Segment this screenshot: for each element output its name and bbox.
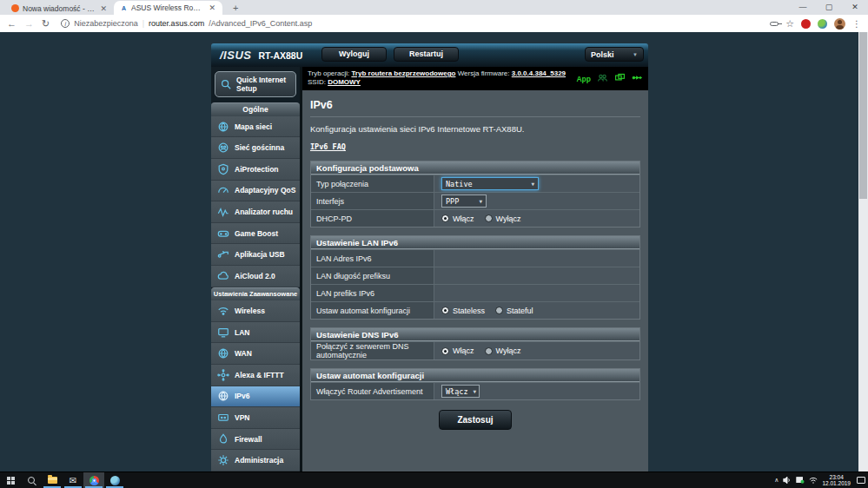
dhcp-pd-disable-radio[interactable] — [485, 214, 493, 222]
page-scrollbar[interactable] — [858, 32, 868, 472]
taskbar-clock[interactable]: 23:04 12.01.2019 — [822, 474, 851, 487]
gauge-icon — [217, 184, 229, 196]
stateless-radio[interactable] — [441, 307, 449, 314]
sidebar-item-aiprotection[interactable]: AiProtection — [211, 159, 300, 181]
clients-icon[interactable] — [597, 72, 608, 86]
security-status-icon[interactable] — [796, 472, 805, 488]
field-label: DHCP-PD — [311, 210, 434, 227]
browser2-button[interactable] — [104, 472, 125, 488]
app-link[interactable]: App — [576, 75, 591, 83]
sidebar-item-wan[interactable]: WAN — [211, 343, 300, 365]
ipv6-faq-link[interactable]: IPv6 FAQ — [310, 142, 346, 151]
ssid-link[interactable]: DOMOWY — [328, 78, 361, 86]
action-center-icon[interactable] — [857, 477, 865, 484]
back-icon[interactable]: ← — [7, 15, 17, 32]
sidebar-item-label: LAN — [235, 328, 249, 337]
section-header: Ustawienie DNS IPv6 — [311, 328, 639, 341]
sidebar-item-administracja[interactable]: Administracja — [211, 450, 300, 472]
start-button[interactable] — [0, 472, 21, 488]
guest-network-icon — [217, 142, 229, 154]
page-viewport: /ISUS RT-AX88U Wyloguj Restartuj Polski … — [0, 32, 868, 472]
bookmark-star-icon[interactable]: ☆ — [785, 18, 794, 30]
sidebar-item-label: Alexa & IFTTT — [235, 371, 284, 379]
sidebar-item-mapa-sieci[interactable]: Mapa sieci — [211, 116, 300, 138]
router-advertisement-select[interactable]: Włącz ▼ — [441, 385, 480, 398]
screen: Nowa wiadomość - Nasz Orange ✕ A ASUS Wi… — [0, 0, 868, 488]
sidebar-item-firewall[interactable]: Firewall — [211, 429, 300, 451]
minimize-button[interactable]: — — [790, 0, 816, 15]
dhcp-pd-enable-radio[interactable] — [441, 214, 449, 222]
network-wifi-icon[interactable] — [809, 472, 818, 488]
globe-extension-icon[interactable] — [818, 19, 827, 29]
info-icon[interactable]: i — [61, 19, 70, 28]
password-key-icon[interactable] — [770, 22, 779, 26]
chevron-down-icon: ▼ — [474, 388, 477, 394]
op-mode-link[interactable]: Tryb routera bezprzewodowego — [351, 69, 455, 77]
fw-label: Wersja firmware: — [458, 69, 510, 77]
logout-button[interactable]: Wyloguj — [321, 47, 387, 62]
sidebar-item-label: IPv6 — [235, 392, 250, 400]
sidebar-item-aplikacja-usb[interactable]: Aplikacja USB — [211, 244, 300, 266]
url-input[interactable]: i Niezabezpieczona | router.asus.com/Adv… — [57, 19, 762, 28]
tab-close-icon[interactable]: ✕ — [208, 3, 216, 12]
firmware-link[interactable]: 3.0.0.4.384_5329 — [512, 69, 566, 77]
clock-time: 23:04 — [822, 474, 851, 481]
lan-status-icon[interactable] — [614, 72, 626, 86]
mail-button[interactable]: ✉ — [63, 472, 83, 488]
adblock-extension-icon[interactable] — [801, 19, 811, 29]
chrome-button[interactable] — [83, 472, 104, 488]
tab-asus-router[interactable]: A ASUS Wireless Router RT-AX88U ✕ — [114, 1, 222, 15]
section-dns-ipv6: Ustawienie DNS IPv6 Połączyć z serwerem … — [310, 327, 640, 360]
browser-address-bar: ← → ↻ i Niezabezpieczona | router.asus.c… — [0, 15, 868, 32]
tab-title: Nowa wiadomość - Nasz Orange — [23, 4, 96, 13]
reload-icon[interactable]: ↻ — [42, 15, 50, 32]
tray-expand-icon[interactable]: ∧ — [774, 477, 779, 484]
sidebar-item-analizator-ruchu[interactable]: Analizator ruchu — [211, 201, 300, 223]
windows-logo-icon — [7, 477, 15, 485]
maximize-button[interactable]: ▢ — [816, 0, 842, 15]
file-explorer-button[interactable] — [42, 472, 63, 488]
interface-select[interactable]: PPP ▼ — [441, 195, 487, 208]
quick-internet-setup-button[interactable]: Quick Internet Setup — [215, 71, 296, 97]
sidebar-item-siec-goscinna[interactable]: Sieć gościnna — [211, 137, 300, 159]
section-header: Ustawienie LAN IPv6 — [311, 236, 639, 249]
close-button[interactable]: ✕ — [842, 0, 868, 15]
connection-type-select[interactable]: Native ▼ — [441, 177, 539, 190]
sidebar-item-lan[interactable]: LAN — [211, 322, 300, 344]
language-select[interactable]: Polski ▼ — [585, 47, 644, 62]
tab-close-icon[interactable]: ✕ — [99, 4, 108, 13]
speaker-icon[interactable] — [783, 472, 792, 488]
sidebar-item-game-boost[interactable]: Game Boost — [211, 223, 300, 245]
sidebar-item-label: Adaptacyjny QoS — [235, 186, 295, 195]
stateful-radio[interactable] — [495, 307, 503, 314]
sidebar-item-label: Sieć gościnna — [235, 143, 284, 152]
sidebar-section-general: Ogólne — [211, 102, 300, 116]
tab-orange-mail[interactable]: Nowa wiadomość - Nasz Orange ✕ — [5, 2, 114, 15]
sidebar-item-adaptacyjny-qos[interactable]: Adaptacyjny QoS — [211, 181, 300, 202]
sidebar-item-vpn[interactable]: VPN — [211, 407, 300, 429]
page-description: Konfiguracja ustawienia sieci IPv6 Inter… — [310, 124, 640, 134]
asus-router-app: /ISUS RT-AX88U Wyloguj Restartuj Polski … — [211, 43, 648, 472]
browser-menu-icon[interactable]: ⋮ — [852, 19, 861, 29]
dns-auto-enable-radio[interactable] — [441, 347, 449, 355]
cloud-icon — [217, 270, 229, 282]
sidebar-item-alexa-ifttt[interactable]: Alexa & IFTTT — [211, 365, 300, 386]
taskbar-search-button[interactable] — [21, 472, 42, 488]
apply-button[interactable]: Zastosuj — [439, 410, 511, 430]
scrollbar-thumb[interactable] — [859, 32, 867, 199]
radio-label: Włącz — [453, 214, 474, 223]
sidebar-section-advanced: Ustawienia Zaawansowane — [211, 287, 300, 301]
sidebar-item-ipv6[interactable]: IPv6 — [211, 386, 300, 408]
reboot-button[interactable]: Restartuj — [394, 47, 459, 62]
tab-title: ASUS Wireless Router RT-AX88U — [131, 3, 204, 12]
sidebar-item-aicloud[interactable]: AiCloud 2.0 — [211, 266, 300, 287]
new-tab-button[interactable]: + — [229, 3, 242, 13]
language-label: Polski — [591, 50, 614, 59]
sidebar-item-wireless[interactable]: Wireless — [211, 300, 300, 322]
browser-tab-strip: Nowa wiadomość - Nasz Orange ✕ A ASUS Wi… — [0, 0, 868, 15]
radio-label: Wyłącz — [496, 214, 521, 223]
usb-status-icon[interactable] — [632, 72, 643, 86]
forward-icon[interactable]: → — [24, 15, 34, 32]
dns-auto-disable-radio[interactable] — [485, 347, 493, 355]
profile-avatar[interactable] — [834, 18, 845, 30]
